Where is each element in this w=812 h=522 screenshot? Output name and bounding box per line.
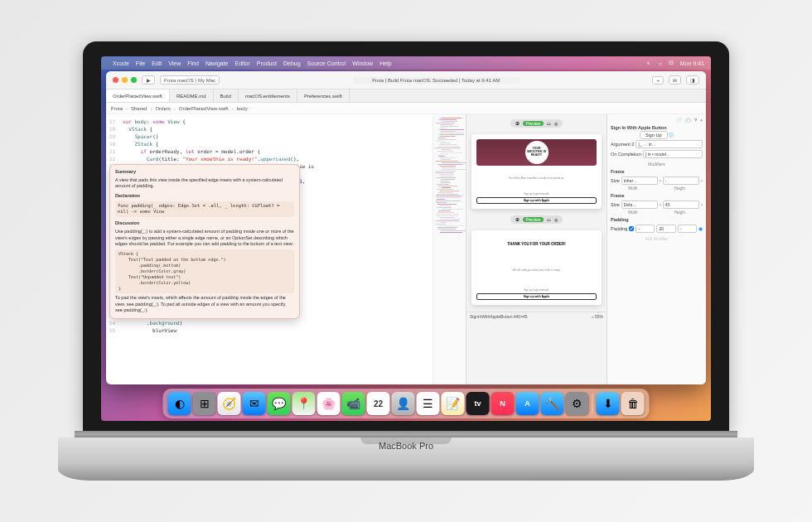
breadcrumb-item[interactable]: Fruta [111,106,123,111]
menu-window[interactable]: Window [352,60,373,66]
preview-device-icon[interactable]: ▭ [547,121,551,126]
menu-debug[interactable]: Debug [283,60,301,66]
signup-button[interactable]: Sign Up [640,131,668,139]
dock: ◐⊞🧭✉💬📍🌸📹22👤☰📝tvNA🔨⚙⬇🗑 [163,389,650,418]
zoom-level[interactable]: 55% [595,314,603,319]
dock-maps[interactable]: 📍 [292,392,316,415]
height-field[interactable]: 45 [663,201,699,209]
scheme-selector[interactable]: Fruta macOS ⟩ My Mac [160,75,220,85]
menu-find[interactable]: Find [187,60,199,66]
preview-label[interactable]: Preview [523,121,544,126]
preview-device-1[interactable]: YOUR SMOOTHIE IS READY! Your Berry Blue … [471,134,602,209]
minimap[interactable] [433,114,466,384]
popover-discussion-heading: Discussion [115,220,294,227]
preview-label[interactable]: Preview [523,217,544,222]
on-completion-field[interactable]: { in • model… [643,150,703,158]
menubar: Xcode FileEditViewFindNavigateEditorProd… [101,56,711,70]
zoom-button[interactable] [131,77,137,83]
jump-bar[interactable]: Fruta›Shared›Orders›OrderPlacedView.swif… [106,103,706,114]
menubar-wifi-icon[interactable]: ᯤ [646,60,652,66]
menu-source control[interactable]: Source Control [307,60,346,66]
dock-mail[interactable]: ✉ [243,392,266,415]
menubar-clock[interactable]: Mon 9:41 [680,60,704,66]
close-button[interactable] [113,77,118,83]
titlebar: ▶ Fruta macOS ⟩ My Mac Fruta | Build Fru… [106,71,706,89]
add-modifier[interactable]: Add Modifier [611,236,703,241]
popover-discussion: Use padding(_:) to add a system-calculat… [115,229,294,248]
preview-device-2[interactable]: THANK YOU FOR YOUR ORDER! We will notify… [471,230,602,305]
tab-build[interactable]: Build [214,89,239,102]
tab-orderplacedview-swift[interactable]: OrderPlacedView.swift [106,89,170,102]
dock-finder[interactable]: ◐ [168,392,191,415]
dock-launchpad[interactable]: ⊞ [193,392,216,415]
menu-file[interactable]: File [136,60,145,66]
dock-safari[interactable]: 🧭 [218,392,241,415]
padding-value[interactable]: 20 [656,225,675,233]
breadcrumb-item[interactable]: body [237,106,248,111]
dock-notes[interactable]: 📝 [442,392,465,415]
dock-reminders[interactable]: ☰ [417,392,440,415]
dock-news[interactable]: N [491,392,515,415]
padding-link-icon[interactable]: ◉ [698,226,703,231]
dock-calendar[interactable]: 22 [367,392,390,415]
menu-navigate[interactable]: Navigate [205,60,229,66]
menu-edit[interactable]: Edit [152,60,162,66]
menubar-control-center-icon[interactable]: ⊟ [669,60,674,66]
dock-photos[interactable]: 🌸 [317,392,341,415]
pin-icon[interactable]: ⦿ [515,121,520,126]
dock-appstore[interactable]: A [516,392,539,415]
dock-downloads[interactable]: ⬇ [597,392,620,415]
breadcrumb-item[interactable]: Shared [131,106,147,111]
window-controls [113,77,137,83]
help-inspector-icon[interactable]: ? [694,118,697,123]
argument-2-field[interactable]: (_ … in… [636,140,703,148]
tab-bar: OrderPlacedView.swiftREADME.mdBuildmacOS… [106,89,706,103]
dock-facetime[interactable]: 📹 [342,392,365,415]
dock-messages[interactable]: 💬 [268,392,291,415]
canvas-status-bar: SignInWithAppleButton 440×45 ⌕ 55% [466,312,607,321]
tab-readme-md[interactable]: README.md [170,89,214,102]
run-button[interactable]: ▶ [142,75,155,85]
sign-in-apple-button[interactable]: Sign up with Apple [476,197,597,204]
preview-settings-icon[interactable]: ◎ [554,217,558,222]
editor-layout-button[interactable]: ⊞ [669,75,681,85]
preview-device-icon[interactable]: ▭ [547,217,551,222]
preview-controls[interactable]: ⦿ Preview ▭ ◎ [510,119,563,128]
dock-preferences[interactable]: ⚙ [566,392,589,415]
padding-checkbox[interactable] [629,226,634,231]
macbook-base: MacBook Pro [58,437,754,481]
popover-summary-heading: Summary [115,169,294,176]
preview-controls-2[interactable]: ⦿ Preview ▭ ◎ [510,215,563,224]
code-editor[interactable]: 2728293031323334353637383940414243444546… [106,114,433,384]
popover-declaration: func padding(_ edges: Edge.Set = .all, _… [115,201,294,217]
popover-more: To pad the view's insets, which affects … [115,295,294,314]
tab-macos-entitlements[interactable]: macOS.entitlements [239,89,297,102]
file-inspector-icon[interactable]: 📄 [676,118,682,123]
preview-settings-icon[interactable]: ◎ [554,121,558,126]
inspectors-toggle[interactable]: ◨ [686,75,699,85]
activity-status: Fruta | Build Fruta macOS: Succeeded | T… [353,77,519,84]
dock-tv[interactable]: tv [466,392,490,415]
sign-in-apple-button[interactable]: Sign up with Apple [476,293,597,300]
minimize-button[interactable] [122,77,128,83]
history-inspector-icon[interactable]: 🕘 [685,118,691,123]
info-icon[interactable]: ⓘ [669,133,674,138]
attributes-inspector-icon[interactable]: ⟐ [700,118,703,123]
menu-app[interactable]: Xcode [113,60,129,66]
menubar-search-icon[interactable]: ⌕ [659,60,662,66]
library-button[interactable]: + [652,76,664,85]
tab-preferences-swift[interactable]: Preferences.swift [297,89,350,102]
xcode-window: ▶ Fruta macOS ⟩ My Mac Fruta | Build Fru… [106,71,706,384]
dock-xcode[interactable]: 🔨 [541,392,564,415]
menu-editor[interactable]: Editor [235,60,250,66]
dock-contacts[interactable]: 👤 [392,392,415,415]
menu-view[interactable]: View [168,60,181,66]
menu-help[interactable]: Help [379,60,391,66]
dock-trash[interactable]: 🗑 [621,392,645,415]
pin-icon[interactable]: ⦿ [515,217,520,222]
breadcrumb-item[interactable]: Orders [155,106,170,111]
menu-product[interactable]: Product [257,60,277,66]
breadcrumb-item[interactable]: OrderPlacedView.swift [179,106,229,111]
popover-example: VStack { Text("Text padded on the bottom… [115,249,294,293]
popover-summary: A view that pads this view inside the sp… [115,177,294,190]
